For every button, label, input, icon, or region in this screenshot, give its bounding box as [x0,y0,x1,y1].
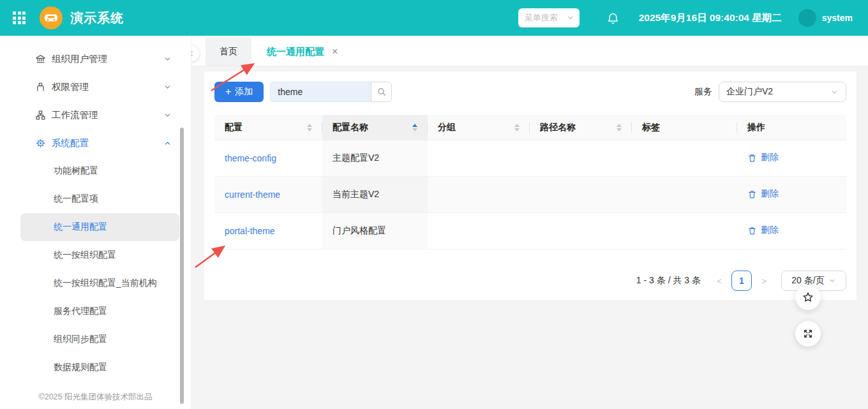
chevron-up-icon [163,139,172,147]
workflow-icon [35,110,46,121]
app-title: 演示系统 [70,10,124,27]
chevron-down-icon [163,111,172,119]
service-label: 服务 [694,86,712,98]
favorite-star-button[interactable] [795,285,821,310]
sidebar-footer-copyright: ©2025 阳光集团体验技术部出品 [0,392,191,403]
service-select-value: 企业门户V2 [726,86,830,98]
gear-icon [35,138,46,149]
table-row: current-theme 当前主题V2 删除 [214,177,846,213]
tab-label: 统一通用配置 [267,46,324,58]
submenu-label: 功能树配置 [54,165,98,177]
pagination-next-icon[interactable]: > [756,276,772,286]
submenu-label: 数据规则配置 [54,362,107,373]
tag-cell [632,213,737,249]
plus-icon: + [225,86,231,98]
chevron-down-icon [830,88,839,96]
tag-cell [632,177,737,213]
service-select[interactable]: 企业门户V2 [719,82,846,102]
pagination-prev-icon[interactable]: < [711,276,728,286]
config-table: 配置 配置名称 分组 路径名称 [214,115,846,249]
sidebar-item-workflow-mgmt[interactable]: 工作流管理 [0,101,191,129]
group-cell [428,140,530,177]
sidebar-subitem-unified-config-item[interactable]: 统一配置项 [0,185,191,213]
username[interactable]: system [822,13,853,23]
sort-icons[interactable] [307,124,312,131]
delete-button[interactable]: 删除 [747,188,779,200]
search-button[interactable] [371,82,392,102]
menu-search-placeholder: 菜单搜索 [525,12,567,24]
tab-unified-general-config[interactable]: 统一通用配置 × [255,38,349,66]
user-avatar[interactable] [798,9,816,27]
datetime-display: 2025年9月16日 09:40:04 星期二 [639,11,782,25]
column-header-config-name[interactable]: 配置名称 [322,115,428,140]
column-header-path-name[interactable]: 路径名称 [530,115,632,140]
main-area: 首页 统一通用配置 × + 添加 [191,36,868,409]
column-header-group[interactable]: 分组 [428,115,530,140]
sidebar-subitem-unified-org-config[interactable]: 统一按组织配置 [0,241,191,269]
tab-close-icon[interactable]: × [332,46,338,57]
sidebar-scrollbar[interactable] [180,128,184,404]
sidebar: 组织用户管理 权限管理 工作流管理 系统配置 功能树配置 统一配置项 统一通用配… [0,36,191,409]
sidebar-item-permission-mgmt[interactable]: 权限管理 [0,73,191,101]
trash-icon [747,226,757,235]
search-icon [377,87,387,97]
path-cell [530,213,632,249]
tab-bar: 首页 统一通用配置 × [191,36,868,66]
delete-label: 删除 [761,188,779,200]
column-header-config[interactable]: 配置 [214,115,322,140]
trash-icon [747,190,757,199]
submenu-label: 服务代理配置 [54,306,107,317]
config-name-cell: 门户风格配置 [322,213,428,249]
fullscreen-expand-icon [802,328,814,339]
sidebar-subitem-unified-general-config[interactable]: 统一通用配置 [20,213,179,241]
submenu-label: 组织同步配置 [54,334,107,345]
add-button[interactable]: + 添加 [214,82,264,102]
permission-icon [35,82,46,93]
sort-icons-active[interactable] [412,124,417,131]
config-link[interactable]: portal-theme [225,226,275,236]
submenu-label: 统一配置项 [54,193,98,205]
sidebar-subitem-unified-org-config-current[interactable]: 统一按组织配置_当前机构 [0,269,191,297]
sidebar-subitem-org-sync-config[interactable]: 组织同步配置 [0,325,191,353]
sidebar-item-org-user-mgmt[interactable]: 组织用户管理 [0,45,191,73]
chevron-down-icon [567,14,574,22]
tab-home[interactable]: 首页 [206,38,251,66]
chevron-down-icon [828,277,836,285]
config-link[interactable]: current-theme [225,190,280,200]
table-row: theme-config 主题配置V2 删除 [214,140,846,177]
pagination-page-1[interactable]: 1 [731,271,752,291]
star-icon [802,291,814,304]
column-header-action: 操作 [737,115,846,140]
app-header: 演示系统 菜单搜索 2025年9月16日 09:40:04 星期二 system [0,0,868,36]
config-name-cell: 主题配置V2 [322,140,428,177]
sidebar-subitem-function-tree[interactable]: 功能树配置 [0,157,191,185]
sidebar-item-label: 组织用户管理 [52,53,163,65]
pagination-total: 1 - 3 条 / 共 3 条 [636,275,701,286]
tag-cell [632,140,737,177]
app-launcher-icon[interactable] [13,11,26,24]
delete-button[interactable]: 删除 [747,225,779,236]
sidebar-subitem-service-proxy-config[interactable]: 服务代理配置 [0,297,191,325]
notification-bell-icon[interactable] [606,11,620,25]
toolbar: + 添加 服务 企业门户V2 [214,82,846,102]
path-cell [530,140,632,177]
fullscreen-button[interactable] [795,321,821,346]
delete-button[interactable]: 删除 [747,152,779,163]
sort-icons[interactable] [617,124,622,131]
path-cell [530,177,632,213]
trash-icon [747,153,757,163]
delete-label: 删除 [761,225,779,236]
column-header-tag: 标签 [632,115,737,140]
app-logo-car-icon [40,6,63,29]
config-link[interactable]: theme-config [225,153,276,163]
chevron-down-icon [163,83,172,91]
sort-icons[interactable] [514,124,520,131]
add-button-label: 添加 [235,86,253,98]
sidebar-item-system-config[interactable]: 系统配置 [0,129,191,157]
search-input[interactable] [270,82,371,102]
config-card: + 添加 服务 企业门户V2 [204,71,857,300]
sidebar-subitem-data-rule-config[interactable]: 数据规则配置 [0,353,191,382]
search-group [270,82,392,102]
menu-search-select[interactable]: 菜单搜索 [518,8,580,27]
table-row: portal-theme 门户风格配置 删除 [214,213,846,249]
